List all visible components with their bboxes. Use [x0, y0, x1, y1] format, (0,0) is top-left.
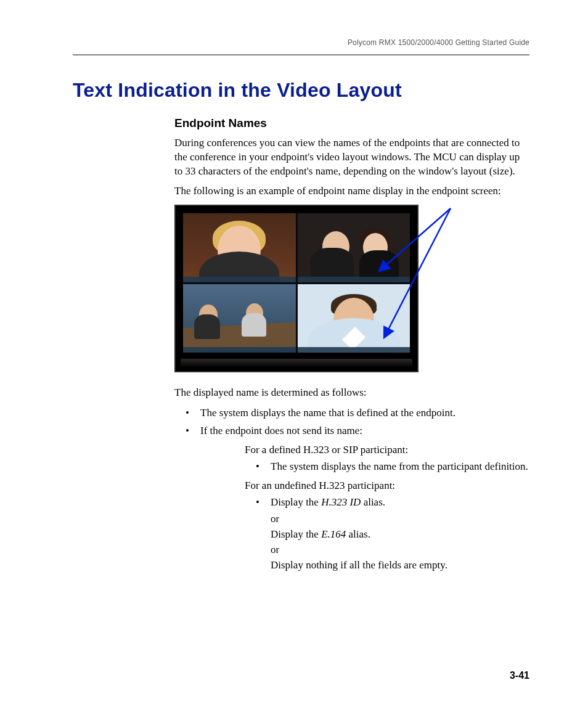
text-prefix: Display the: [271, 496, 321, 508]
text-prefix: Display the: [271, 528, 321, 540]
endpoint-name-bar: [183, 277, 296, 282]
section-title: Text Indication in the Video Layout: [73, 79, 529, 102]
text-suffix: alias.: [361, 496, 385, 508]
paragraph-2: The following is an example of endpoint …: [174, 184, 529, 198]
paragraph-3: The displayed name is determined as foll…: [174, 386, 529, 400]
bullet-list: The system displays the name that is def…: [186, 406, 529, 572]
paragraph-1: During conferences you can view the name…: [174, 136, 529, 179]
header-rule: [73, 54, 529, 55]
video-cell-2: [298, 213, 410, 282]
endpoint-name-bar: [298, 347, 410, 353]
sub-intro-defined: For a defined H.323 or SIP participant:: [245, 443, 529, 457]
sub-intro-undefined: For an undefined H.323 participant:: [245, 479, 529, 493]
bullet-item-1: The system displays the name that is def…: [186, 406, 529, 420]
text-suffix: alias.: [346, 528, 370, 540]
monitor-frame: [174, 205, 419, 372]
or-separator-2: or: [271, 543, 529, 557]
figure-endpoint-screen: [174, 205, 529, 377]
sub-bullet-list-2: Display the H.323 ID alias.: [256, 496, 529, 510]
line-e164-alias: Display the E.164 alias.: [271, 528, 529, 542]
page-number: 3-41: [510, 670, 529, 681]
video-cell-1-active: [183, 213, 296, 282]
video-cell-4: [298, 284, 410, 353]
content-block: Endpoint Names During conferences you ca…: [174, 115, 529, 573]
video-layout-grid: [183, 213, 410, 353]
term-e164: E.164: [321, 528, 346, 540]
running-head: Polycom RMX 1500/2000/4000 Getting Start…: [73, 38, 529, 47]
endpoint-name-bar: [298, 277, 410, 282]
term-h323-id: H.323 ID: [321, 496, 361, 508]
sub-bullet-h323-alias: Display the H.323 ID alias.: [256, 496, 529, 510]
line-display-nothing: Display nothing if all the fields are em…: [271, 559, 529, 573]
bullet-item-2: If the endpoint does not send its name: …: [186, 424, 529, 572]
endpoint-name-bar: [183, 347, 296, 353]
sub-bullet-list-1: The system displays the name from the pa…: [256, 460, 529, 474]
or-separator-1: or: [271, 512, 529, 526]
monitor-base: [181, 359, 412, 367]
subheading: Endpoint Names: [174, 115, 529, 131]
bullet-item-2-text: If the endpoint does not send its name:: [200, 425, 362, 436]
video-cell-3: [183, 284, 296, 353]
sub-bullet-definition: The system displays the name from the pa…: [256, 460, 529, 474]
page: Polycom RMX 1500/2000/4000 Getting Start…: [0, 0, 588, 712]
